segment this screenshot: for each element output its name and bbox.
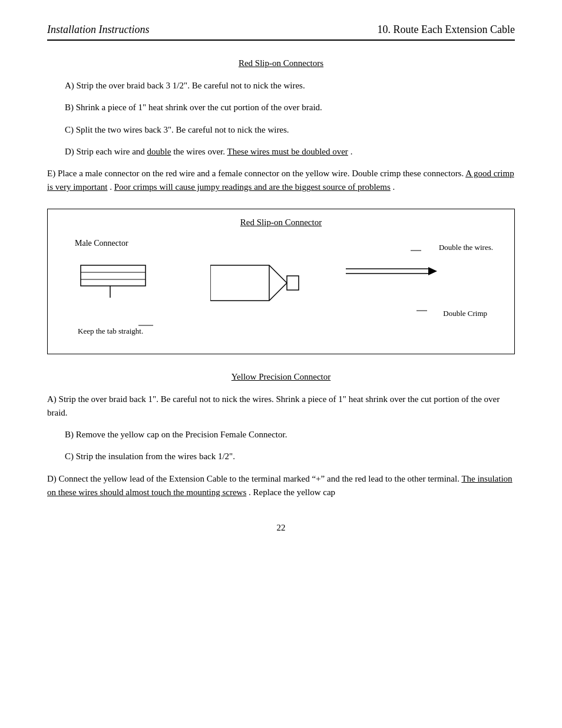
svg-rect-7 [287,276,299,290]
tab-arrow-svg [138,319,156,331]
item-d-underline1: double [147,147,171,156]
s2-item-c-label: C) [65,452,76,461]
section1-item-c: C) Split the two wires back 3". Be caref… [65,123,515,137]
double-wires-text: Double the wires. [439,243,493,252]
wire-drawing-svg [346,258,464,288]
item-d-text-mid: the wires over. [173,147,227,156]
header-left: Installation Instructions [47,24,150,36]
item-a-text: Strip the over braid back 3 1/2". Be car… [77,81,305,90]
female-connector-svg [210,248,328,336]
s2-item-a-label: A) [47,394,59,404]
s2-item-b-text: Remove the yellow cap on the Precision F… [76,430,287,439]
section2-item-a: A) Strip the over braid back 1". Be care… [47,393,515,420]
section2-item-d: D) Connect the yellow lead of the Extens… [47,472,515,500]
section1-item-d: D) Strip each wire and double the wires … [65,145,515,159]
double-crimp-arrow [416,307,428,315]
item-e-text-mid: . [110,182,114,192]
item-d-label: D) [65,147,77,156]
male-connector-label: Male Connector [75,239,128,248]
double-wires-arrow [411,246,422,255]
svg-rect-0 [81,265,146,286]
item-b-label: B) [65,103,76,112]
item-d-text-before: Strip each wire and [77,147,147,156]
item-d-text-end: . [351,147,353,156]
s2-item-b-label: B) [65,430,76,439]
double-crimp-label: Double Crimp [443,309,487,318]
item-e-underline2: Poor crimps will cause jumpy readings an… [114,182,391,192]
s2-item-a-text: Strip the over braid back 1". Be careful… [47,394,500,417]
s2-item-d-text-end: . Replace the yellow cap [249,487,335,497]
diagram-box: Red Slip-on Connector Male Connector Kee… [47,209,515,354]
svg-marker-5 [210,265,287,301]
s2-item-d-label: D) Connect the yellow lead of the Extens… [47,474,461,483]
item-e-text-end: . [393,182,395,192]
s2-item-c-text: Strip the insulation from the wires back… [76,452,235,461]
svg-marker-11 [428,267,437,275]
double-wires-label: Double the wires. [439,243,493,252]
item-a-label: A) [65,81,77,90]
section2-item-b: B) Remove the yellow cap on the Precisio… [65,428,515,442]
item-c-label: C) [65,125,76,134]
female-connector-area [210,248,328,336]
item-d-underline2: These wires must be doubled over [227,147,348,156]
section2: Yellow Precision Connector A) Strip the … [47,372,515,500]
item-e-label: E) Place a male connector on the red wir… [47,169,465,178]
section2-title: Yellow Precision Connector [47,372,515,382]
header-right: 10. Route Each Extension Cable [378,24,515,36]
diagram-area: Male Connector Keep the tab straight. [57,236,505,342]
page-number: 22 [47,523,515,533]
keep-tab-text: Keep the tab straight. [78,327,143,335]
section1-item-a: A) Strip the over braid back 3 1/2". Be … [65,79,515,93]
section1: Red Slip-on Connectors A) Strip the over… [47,58,515,195]
page: Installation Instructions 10. Route Each… [0,0,562,728]
double-crimp-text: Double Crimp [443,309,487,318]
right-labels-area: Double the wires. Double Crimp [369,236,499,342]
page-header: Installation Instructions 10. Route Each… [47,24,515,41]
item-b-text: Shrink a piece of 1" heat shrink over th… [76,103,322,112]
male-connector-area: Male Connector Keep the tab straight. [69,236,199,342]
keep-tab-label: Keep the tab straight. [78,327,143,336]
section2-item-c: C) Strip the insulation from the wires b… [65,450,515,463]
section1-item-e: E) Place a male connector on the red wir… [47,167,515,195]
diagram-title: Red Slip-on Connector [57,218,505,228]
section1-item-b: B) Shrink a piece of 1" heat shrink over… [65,101,515,114]
section1-title: Red Slip-on Connectors [47,58,515,68]
item-c-text: Split the two wires back 3". Be careful … [76,125,289,134]
male-connector-svg [75,253,169,312]
